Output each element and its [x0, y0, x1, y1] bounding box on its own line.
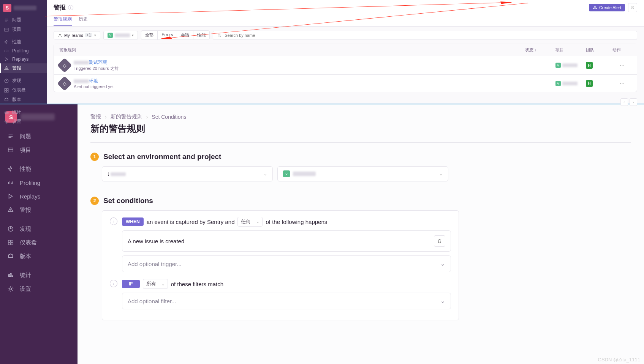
- org-switcher[interactable]: S: [0, 2, 47, 15]
- sidebar-item-discover[interactable]: 发现: [0, 76, 47, 85]
- sidebar-item-settings[interactable]: 设置: [0, 282, 78, 296]
- tab-history[interactable]: 历史: [79, 16, 88, 26]
- if-match-select[interactable]: 所有⌄: [143, 279, 168, 289]
- when-match-select[interactable]: 任何⌄: [237, 217, 263, 227]
- vue-icon: V: [283, 170, 290, 177]
- sidebar-item-projects[interactable]: 项目: [0, 143, 78, 157]
- info-icon[interactable]: i: [68, 5, 73, 10]
- sidebar-item-profiling[interactable]: Profiling: [0, 176, 78, 189]
- sidebar-item-perf[interactable]: 性能: [0, 37, 47, 47]
- sidebar-item-label: Replays: [20, 193, 40, 200]
- seg-performance[interactable]: 性能: [193, 31, 209, 39]
- project-select[interactable]: V ⌄: [277, 166, 448, 181]
- chevron-down-icon: ⌄: [440, 298, 445, 304]
- sidebar-item-releases[interactable]: 版本: [0, 249, 78, 263]
- row-actions-menu[interactable]: ⋯: [612, 63, 631, 68]
- sidebar-item-label: 发现: [20, 225, 31, 233]
- rule-name-link[interactable]: 测试环境: [74, 59, 119, 66]
- type-segmented: 全部 Errors 会话 性能: [141, 30, 210, 40]
- step-number-1: 1: [90, 153, 99, 161]
- sidebar-item-label: 设置: [12, 118, 21, 125]
- org-name-redacted: [21, 113, 55, 120]
- sidebar-item-alerts[interactable]: 警报: [0, 63, 47, 73]
- alerts-icon: [7, 206, 14, 214]
- sidebar-item-label: 性能: [20, 165, 31, 173]
- sidebar-item-label: Profiling: [12, 48, 28, 54]
- page-header: 警报 i Create Alert 警报规则 历史: [47, 0, 644, 27]
- seg-errors[interactable]: Errors: [158, 31, 177, 39]
- add-filter-select[interactable]: Add optional filter... ⌄: [122, 293, 451, 309]
- col-status[interactable]: 状态 ↓: [525, 47, 555, 53]
- my-teams-filter[interactable]: My Teams +1 ▾: [54, 31, 100, 39]
- divider: [90, 142, 631, 143]
- team-badge[interactable]: H: [586, 80, 593, 87]
- step-1-title: Select an environment and project: [103, 153, 221, 161]
- sidebar-item-dash[interactable]: 仪表盘: [0, 85, 47, 95]
- tab-rules[interactable]: 警报规则: [54, 16, 72, 26]
- sidebar-item-replays[interactable]: Replays: [0, 189, 78, 203]
- project-cell[interactable]: V: [555, 81, 586, 86]
- page-title: 警报 i: [54, 4, 73, 12]
- pager-prev[interactable]: ‹: [620, 98, 628, 106]
- team-badge[interactable]: H: [586, 62, 593, 69]
- issue-alert-icon: ◇: [57, 76, 72, 91]
- sidebar-item-label: 警报: [20, 206, 31, 214]
- search-input-wrap[interactable]: [213, 31, 637, 40]
- sidebar-item-issues[interactable]: 问题: [0, 129, 78, 143]
- expand-when-icon[interactable]: ›: [110, 217, 117, 225]
- sidebar-large: S 问题 项目 性能 Profiling Replays 警报 发现 仪表盘 版…: [0, 104, 78, 364]
- sidebar-item-alerts[interactable]: 警报: [0, 203, 78, 217]
- trash-icon: [437, 238, 442, 244]
- crumb-alerts[interactable]: 警报: [90, 113, 101, 120]
- create-alert-button[interactable]: Create Alert: [589, 4, 625, 11]
- rule-name-link[interactable]: 环境: [74, 78, 114, 84]
- when-condition-item: A new issue is created: [122, 230, 451, 252]
- sidebar-item-label: 统计: [12, 109, 21, 115]
- org-logo: S: [3, 4, 11, 12]
- if-badge: IF: [122, 280, 140, 288]
- project-filter[interactable]: V ▾: [103, 31, 138, 40]
- search-input[interactable]: [224, 33, 633, 38]
- vue-icon: V: [108, 33, 113, 38]
- replays-icon: [7, 192, 14, 200]
- sidebar-item-label: 项目: [12, 26, 21, 33]
- discover-icon: [4, 78, 9, 84]
- environment-select[interactable]: t ⌄: [102, 166, 273, 181]
- chevron-down-icon: ⌄: [439, 172, 443, 176]
- profiling-icon: [4, 48, 9, 54]
- stats-icon: [4, 110, 9, 115]
- add-trigger-select[interactable]: Add optional trigger... ⌄: [122, 255, 451, 272]
- watermark: CSDN @Zita_1111: [598, 357, 640, 362]
- seg-sessions[interactable]: 会话: [177, 31, 193, 39]
- sidebar-item-stats[interactable]: 统计: [0, 268, 78, 282]
- sidebar-item-releases[interactable]: 版本: [0, 95, 47, 104]
- delete-condition-button[interactable]: [434, 235, 445, 247]
- project-cell[interactable]: V: [555, 63, 586, 68]
- expand-if-icon[interactable]: ›: [110, 280, 117, 287]
- discover-icon: [7, 225, 14, 233]
- alert-settings-button[interactable]: [628, 3, 637, 12]
- sidebar-item-projects[interactable]: 项目: [0, 25, 47, 34]
- pager-next[interactable]: ›: [630, 98, 637, 106]
- sidebar-item-label: 版本: [12, 96, 21, 103]
- when-text-b: of the following happens: [266, 219, 327, 225]
- sidebar-item-label: 仪表盘: [20, 239, 37, 246]
- sidebar-item-dash[interactable]: 仪表盘: [0, 236, 78, 249]
- perf-icon: [7, 165, 14, 173]
- sidebar-item-issues[interactable]: 问题: [0, 15, 47, 25]
- seg-all[interactable]: 全部: [141, 31, 158, 39]
- sidebar-item-label: 发现: [12, 77, 21, 84]
- org-name-redacted: [14, 6, 36, 10]
- perf-icon: [4, 39, 9, 45]
- crumb-new-rule[interactable]: 新的警告规则: [111, 113, 142, 120]
- sidebar-item-replays[interactable]: Replays: [0, 55, 47, 63]
- sidebar-item-perf[interactable]: 性能: [0, 162, 78, 176]
- conditions-panel: › WHEN an event is captured by Sentry an…: [102, 210, 459, 320]
- sidebar-item-profiling[interactable]: Profiling: [0, 47, 47, 55]
- table-row: ◇ 测试环境 Triggered 20 hours 之前 V H ⋯: [54, 56, 637, 75]
- sidebar-item-discover[interactable]: 发现: [0, 222, 78, 236]
- chevron-down-icon: ⌄: [264, 172, 267, 176]
- row-actions-menu[interactable]: ⋯: [612, 80, 631, 86]
- col-actions: 动作: [612, 47, 631, 53]
- project-name-redacted: [115, 33, 130, 37]
